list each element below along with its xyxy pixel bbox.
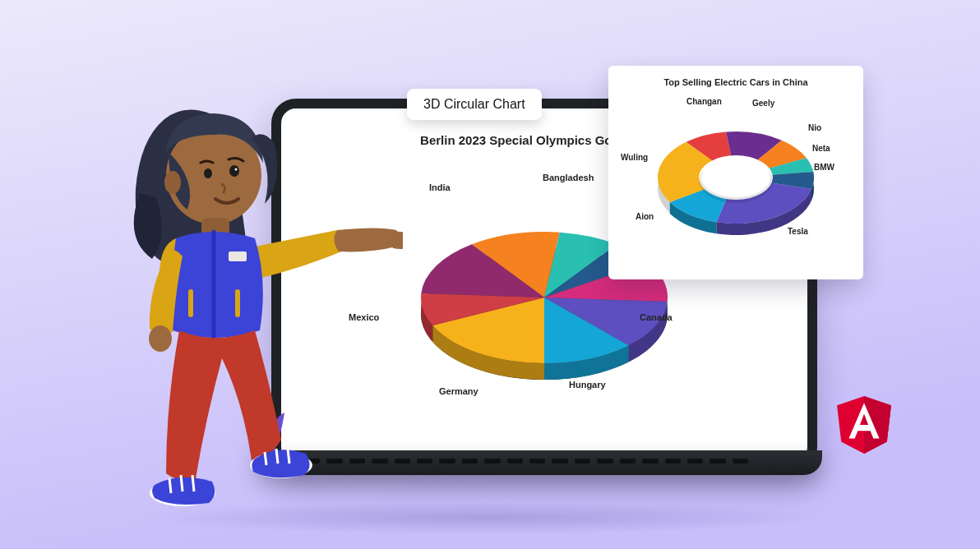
pie-label-bangladesh: Bangladesh [543,173,594,182]
donut-label-geely: Geely [752,99,774,108]
pie-label-hungary: Hungary [569,380,606,390]
svg-line-19 [265,452,266,465]
pie-label-germany: Germany [439,386,478,396]
donut-chart-title: Top Selling Electric Cars in China [608,77,863,87]
svg-point-9 [229,165,239,177]
svg-rect-14 [188,289,193,317]
donut-label-tesla: Tesla [788,227,808,236]
svg-rect-16 [229,251,247,261]
svg-line-24 [181,475,183,491]
svg-point-8 [164,171,181,194]
svg-line-21 [288,449,289,464]
svg-point-10 [204,168,212,178]
svg-line-23 [169,478,171,493]
svg-point-17 [149,325,172,352]
svg-point-4 [701,158,770,197]
svg-point-11 [235,168,238,171]
character-illustration [90,74,403,534]
donut-label-nio: Nio [808,123,821,132]
pie-label-india: India [429,182,451,192]
donut-label-bmw: BMW [814,163,834,172]
donut-chart-card: Top Selling Electric Cars in China Chang… [608,66,863,279]
svg-line-25 [192,475,194,491]
donut-label-changan: Changan [686,97,722,106]
angular-logo-icon [837,396,891,454]
donut-label-neta: Neta [812,144,830,153]
donut-label-wuling: Wuling [621,153,648,162]
svg-line-20 [276,449,278,464]
svg-rect-15 [235,289,240,317]
chart-type-badge: 3D Circular Chart [407,89,542,120]
chart-type-badge-label: 3D Circular Chart [423,97,525,111]
donut-label-aion: Aion [636,212,654,221]
pie-label-canada: Canada [640,312,673,322]
